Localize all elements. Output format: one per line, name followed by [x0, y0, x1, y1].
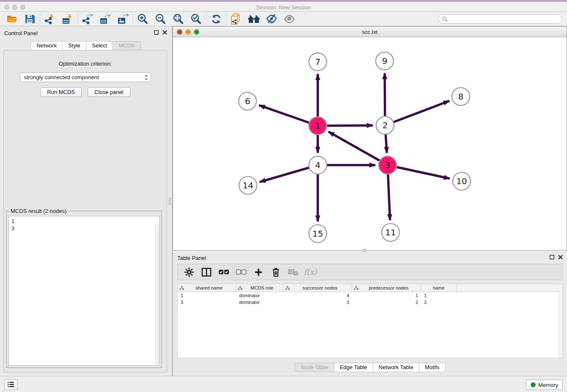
graph-node-15[interactable]: 15	[309, 225, 327, 243]
graph-node-10[interactable]: 10	[453, 172, 471, 190]
graph-edge-3-1[interactable]	[328, 132, 388, 165]
zoom-selected-icon[interactable]	[187, 13, 205, 25]
table-row[interactable]: 3 dominator 3 2 3	[178, 299, 562, 306]
tab-network[interactable]: Network	[30, 41, 63, 50]
column-header-shared-name[interactable]: shared name	[178, 284, 236, 292]
svg-text:9: 9	[382, 56, 388, 66]
zoom-fit-icon[interactable]	[170, 13, 187, 25]
refresh-icon[interactable]	[207, 13, 225, 25]
result-scrollbar[interactable]	[155, 224, 159, 365]
cell-mcds-role[interactable]: dominator	[236, 300, 284, 305]
column-header-mcds-role[interactable]: MCDS role	[236, 284, 284, 292]
save-icon[interactable]	[21, 13, 39, 25]
memory-button[interactable]: Memory	[526, 380, 563, 390]
cell-mcds-role[interactable]: dominator	[236, 293, 284, 298]
mcds-result-legend: MCDS result (2 nodes)	[9, 208, 68, 214]
network-window-titlebar[interactable]: scc.txt	[173, 27, 567, 37]
close-panel-icon[interactable]	[162, 30, 167, 35]
column-view-icon[interactable]	[198, 266, 214, 279]
control-panel-title: Control Panel	[4, 30, 38, 36]
zoom-out-icon[interactable]	[152, 13, 170, 25]
home-icon[interactable]	[245, 13, 263, 25]
cell-successor-nodes[interactable]: 4	[284, 293, 352, 298]
graph-node-3[interactable]: 3	[379, 156, 396, 174]
network-view-window: scc.txt 1234678910111415	[173, 26, 567, 251]
float-panel-icon[interactable]	[154, 30, 159, 35]
tab-select[interactable]: Select	[86, 41, 113, 50]
node-table: shared name MCDS role successor nodes pr…	[177, 284, 563, 358]
column-header-successor-nodes[interactable]: successor nodes	[284, 284, 352, 292]
cell-name[interactable]: 3	[421, 300, 457, 305]
graph-node-4[interactable]: 4	[309, 156, 327, 174]
graph-edge-3-10[interactable]	[388, 165, 450, 179]
control-panel-tabs: Network Style Select MCDS	[0, 41, 171, 50]
import-network-icon[interactable]	[41, 13, 59, 25]
gear-icon[interactable]	[181, 266, 197, 279]
export-network-icon[interactable]	[79, 13, 96, 25]
add-icon[interactable]	[250, 266, 266, 279]
toolbar-separator	[133, 14, 133, 25]
graph-node-8[interactable]: 8	[452, 88, 470, 105]
zoom-in-icon[interactable]	[134, 13, 152, 25]
cell-shared-name[interactable]: 3	[178, 300, 236, 305]
cell-shared-name[interactable]: 1	[178, 293, 236, 298]
table-divider-grip[interactable]	[363, 249, 366, 252]
table-scrollbar[interactable]	[559, 284, 562, 358]
table-header-row: shared name MCDS role successor nodes pr…	[178, 284, 562, 292]
tab-edge-table[interactable]: Edge Table	[334, 363, 373, 372]
import-table-icon[interactable]	[59, 13, 77, 25]
export-table-icon[interactable]	[96, 13, 114, 25]
panel-divider-grip[interactable]	[169, 198, 173, 205]
column-header-predecessor-nodes[interactable]: predecessor nodes	[352, 284, 421, 292]
tab-node-table[interactable]: Node Table	[295, 363, 334, 372]
graph-node-7[interactable]: 7	[309, 53, 327, 71]
export-image-icon[interactable]	[114, 13, 132, 25]
optimization-criterion-label: Optimization criterion:	[4, 61, 167, 67]
close-table-panel-icon[interactable]	[558, 255, 563, 259]
cell-predecessor-nodes[interactable]: 1	[352, 293, 421, 298]
network-canvas[interactable]: 1234678910111415	[173, 37, 567, 250]
svg-text:11: 11	[385, 227, 396, 237]
run-mcds-button[interactable]: Run MCDS	[40, 87, 82, 97]
graph-node-6[interactable]: 6	[239, 92, 256, 110]
table-row[interactable]: 1 dominator 4 1 1	[178, 292, 562, 299]
tab-network-table[interactable]: Network Table	[373, 363, 419, 372]
svg-text:14: 14	[242, 180, 253, 190]
select-all-icon[interactable]	[216, 266, 231, 279]
cell-successor-nodes[interactable]: 3	[284, 300, 352, 305]
graph-node-1[interactable]: 1	[309, 117, 327, 135]
list-icon	[7, 381, 14, 388]
mcds-result-text[interactable]: 1 3	[8, 216, 160, 366]
attribute-icon	[285, 286, 290, 290]
criterion-select[interactable]: strongly connected component	[20, 72, 151, 82]
column-header-name[interactable]: name	[421, 284, 457, 292]
show-details-icon[interactable]	[281, 13, 298, 25]
cell-predecessor-nodes[interactable]: 2	[352, 300, 421, 305]
float-table-panel-icon[interactable]	[550, 255, 554, 259]
function-builder-icon[interactable]: f(x)	[303, 266, 318, 279]
network-graph[interactable]: 1234678910111415	[173, 37, 567, 250]
hide-details-icon[interactable]	[263, 13, 281, 25]
open-folder-icon[interactable]	[3, 13, 21, 25]
tab-mcds[interactable]: MCDS	[113, 41, 140, 50]
clone-network-icon[interactable]	[227, 13, 245, 25]
cell-name[interactable]: 1	[421, 293, 457, 298]
graph-node-2[interactable]: 2	[376, 116, 394, 134]
search-icon	[442, 16, 448, 22]
search-input[interactable]	[438, 14, 562, 24]
graph-node-11[interactable]: 11	[382, 224, 399, 241]
graph-node-14[interactable]: 14	[239, 177, 257, 194]
mcds-result-fieldset: MCDS result (2 nodes) 1 3	[6, 208, 162, 368]
deselect-all-icon[interactable]	[233, 266, 249, 279]
tab-style[interactable]: Style	[63, 41, 86, 50]
close-panel-button[interactable]: Close panel	[88, 87, 130, 97]
table-panel-title: Table Panel	[177, 255, 206, 261]
svg-text:3: 3	[385, 160, 391, 170]
graph-node-9[interactable]: 9	[376, 52, 394, 70]
delete-icon[interactable]	[268, 266, 284, 279]
delete-table-icon[interactable]	[285, 266, 301, 279]
graph-edge-2-8[interactable]	[385, 101, 449, 125]
tab-motifs[interactable]: Motifs	[419, 363, 446, 372]
table-toolbar: f(x)	[177, 264, 563, 280]
task-history-button[interactable]	[4, 379, 17, 390]
